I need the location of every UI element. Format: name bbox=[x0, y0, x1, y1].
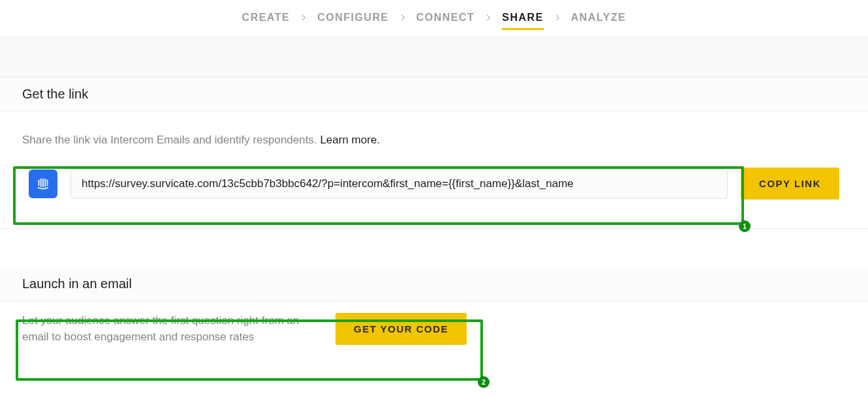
spacer-band bbox=[0, 37, 868, 78]
chevron-right-icon bbox=[484, 13, 493, 22]
annotation-badge-1: 1 bbox=[739, 220, 751, 232]
tab-share[interactable]: SHARE bbox=[502, 12, 544, 23]
divider bbox=[0, 228, 868, 267]
section-header-launch-email: Launch in an email bbox=[0, 267, 868, 301]
chevron-right-icon bbox=[299, 13, 308, 22]
tab-create[interactable]: CREATE bbox=[242, 12, 290, 23]
section-header-get-link: Get the link bbox=[0, 78, 868, 111]
copy-link-button[interactable]: COPY LINK bbox=[741, 168, 839, 200]
tab-analyze[interactable]: ANALYZE bbox=[571, 12, 627, 23]
chevron-right-icon bbox=[398, 13, 407, 22]
annotation-badge-2: 2 bbox=[478, 376, 489, 388]
breadcrumb: CREATE CONFIGURE CONNECT SHARE ANALYZE bbox=[0, 0, 868, 37]
help-prefix: Share the link via Intercom Emails and i… bbox=[22, 134, 320, 146]
section-body-launch-email: Let your audience answer the first quest… bbox=[0, 301, 868, 364]
help-text: Share the link via Intercom Emails and i… bbox=[22, 134, 846, 147]
link-row: COPY LINK bbox=[22, 161, 846, 206]
chevron-right-icon bbox=[553, 13, 562, 22]
tab-configure[interactable]: CONFIGURE bbox=[317, 12, 389, 23]
section-body-get-link: Share the link via Intercom Emails and i… bbox=[0, 111, 868, 228]
launch-description: Let your audience answer the first quest… bbox=[22, 313, 309, 345]
tab-connect[interactable]: CONNECT bbox=[416, 12, 475, 23]
learn-more-link[interactable]: Learn more. bbox=[320, 134, 380, 146]
intercom-icon bbox=[29, 170, 57, 198]
get-code-button[interactable]: GET YOUR CODE bbox=[335, 313, 467, 345]
share-link-input[interactable] bbox=[70, 169, 728, 199]
